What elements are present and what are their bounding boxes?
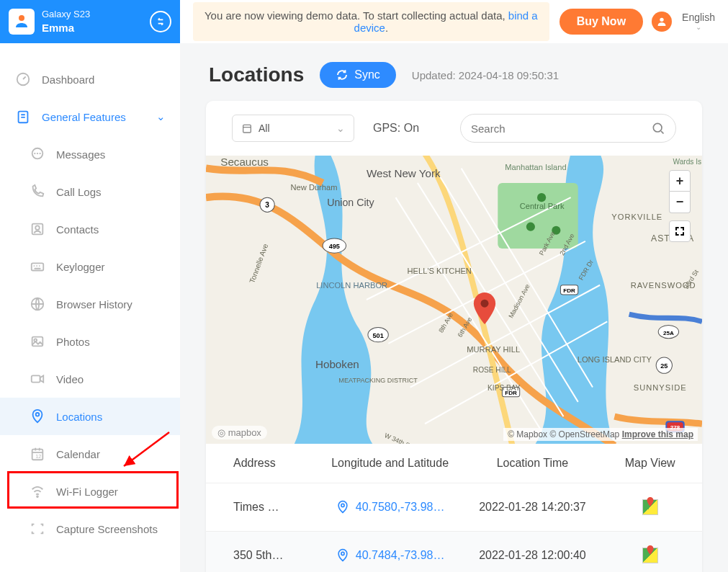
svg-text:West New York: West New York bbox=[367, 167, 441, 179]
map-view[interactable]: 3 495 501 25 25A FDR FDR 278 Secaucus We… bbox=[206, 156, 702, 444]
zoom-in-button[interactable]: + bbox=[669, 170, 691, 192]
sync-button[interactable]: Sync bbox=[320, 62, 396, 88]
sidebar-item-keylogger[interactable]: Keylogger bbox=[0, 248, 180, 285]
svg-text:YORKVILLE: YORKVILLE bbox=[611, 213, 662, 221]
map-thumb-icon bbox=[642, 548, 658, 563]
sidebar-item-label: Contacts bbox=[56, 223, 99, 236]
col-header-time: Location Time bbox=[462, 457, 604, 470]
top-banner: You are now viewing demo data. To start … bbox=[180, 0, 728, 43]
keyboard-icon bbox=[29, 258, 46, 275]
sync-label: Sync bbox=[354, 68, 380, 81]
screenshot-icon bbox=[29, 520, 46, 537]
sidebar-item-capture-screenshots[interactable]: Capture Screenshots bbox=[0, 510, 180, 548]
date-filter-dropdown[interactable]: All ⌄ bbox=[232, 115, 354, 142]
sidebar-item-messages[interactable]: Messages bbox=[0, 135, 180, 173]
sidebar-item-label: Video bbox=[56, 373, 84, 385]
sidebar-item-label: Call Logs bbox=[56, 186, 102, 198]
device-info[interactable]: Galaxy S23 Emma bbox=[42, 9, 150, 35]
device-name: Galaxy S23 bbox=[42, 9, 150, 21]
svg-rect-9 bbox=[32, 337, 43, 347]
sidebar-item-label: Browser History bbox=[56, 298, 132, 310]
sidebar-item-wifi-logger[interactable]: Wi-Fi Logger bbox=[0, 473, 180, 510]
table-row[interactable]: Times … 40.7580,-73.98… 2022-01-28 14:20… bbox=[206, 483, 702, 532]
sidebar-item-contacts[interactable]: Contacts bbox=[0, 210, 180, 248]
chevron-down-icon: ⌄ bbox=[156, 110, 166, 123]
zoom-out-button[interactable]: − bbox=[669, 192, 691, 213]
svg-point-80 bbox=[341, 552, 344, 555]
search-input[interactable] bbox=[471, 122, 651, 135]
language-selector[interactable]: English ⌄ bbox=[682, 12, 715, 31]
sidebar: Dashboard General Features ⌄ Messages Ca… bbox=[0, 43, 180, 572]
content-area: Locations Sync Updated: 2024-04-18 09:50… bbox=[180, 43, 728, 572]
svg-text:MEATPACKING DISTRICT: MEATPACKING DISTRICT bbox=[338, 377, 418, 385]
user-name: Emma bbox=[42, 21, 150, 35]
refresh-icon bbox=[336, 68, 349, 81]
svg-rect-7 bbox=[32, 263, 44, 270]
calendar-icon: 12 bbox=[29, 445, 46, 462]
demo-text-end: . bbox=[385, 22, 388, 34]
fullscreen-button[interactable] bbox=[669, 220, 691, 242]
video-icon bbox=[29, 370, 46, 388]
svg-point-6 bbox=[35, 225, 40, 230]
sidebar-item-label: General Features bbox=[42, 111, 126, 123]
sidebar-item-photos[interactable]: Photos bbox=[0, 323, 180, 360]
chevron-down-icon: ⌄ bbox=[336, 122, 345, 134]
table-header: Address Longitude and Latitude Location … bbox=[206, 444, 702, 483]
svg-point-23 bbox=[526, 223, 535, 231]
locations-card: All ⌄ GPS: On bbox=[206, 101, 702, 572]
svg-text:Hoboken: Hoboken bbox=[315, 358, 359, 370]
sidebar-section-general[interactable]: General Features ⌄ bbox=[0, 98, 180, 135]
svg-text:25: 25 bbox=[660, 362, 668, 370]
improve-map-link[interactable]: Improve this map bbox=[622, 429, 693, 439]
cell-address: Times … bbox=[212, 501, 319, 514]
svg-text:Secaucus: Secaucus bbox=[220, 156, 269, 168]
demo-text: You are now viewing demo data. To start … bbox=[205, 9, 508, 22]
filter-value: All bbox=[259, 122, 270, 134]
sidebar-item-call-logs[interactable]: Call Logs bbox=[0, 173, 180, 210]
user-avatar-icon[interactable] bbox=[652, 12, 672, 32]
svg-point-79 bbox=[341, 504, 344, 506]
svg-rect-17 bbox=[243, 125, 251, 133]
pin-icon bbox=[336, 500, 350, 514]
sidebar-item-label: Calendar bbox=[56, 448, 100, 460]
search-box[interactable] bbox=[460, 114, 676, 143]
sidebar-item-calendar[interactable]: 12 Calendar bbox=[0, 435, 180, 473]
svg-text:SUNNYSIDE: SUNNYSIDE bbox=[634, 383, 687, 392]
cell-coord: 40.7580,-73.98… bbox=[319, 500, 462, 514]
app-logo-icon bbox=[9, 9, 35, 35]
svg-text:MURRAY HILL: MURRAY HILL bbox=[467, 345, 520, 354]
cell-time: 2022-01-28 14:20:37 bbox=[462, 501, 604, 514]
sidebar-item-browser-history[interactable]: Browser History bbox=[0, 285, 180, 323]
svg-text:Central Park: Central Park bbox=[520, 202, 565, 210]
table-row[interactable]: 350 5th… 40.7484,-73.98… 2022-01-28 12:0… bbox=[206, 532, 702, 572]
svg-text:25A: 25A bbox=[663, 330, 674, 336]
globe-icon bbox=[29, 295, 46, 313]
mapbox-logo: ◎ mapbox bbox=[212, 426, 267, 439]
map-svg: 3 495 501 25 25A FDR FDR 278 Secaucus We… bbox=[206, 156, 702, 444]
cell-time: 2022-01-28 12:00:40 bbox=[462, 549, 604, 562]
swap-device-icon[interactable] bbox=[150, 11, 171, 32]
svg-point-0 bbox=[19, 15, 24, 21]
svg-point-1 bbox=[660, 18, 663, 22]
sidebar-item-dashboard[interactable]: Dashboard bbox=[0, 61, 180, 98]
location-pin-icon bbox=[29, 408, 46, 425]
sidebar-item-label: Messages bbox=[56, 148, 105, 161]
sidebar-item-video[interactable]: Video bbox=[0, 360, 180, 398]
updated-timestamp: Updated: 2024-04-18 09:50:31 bbox=[412, 69, 559, 81]
clipboard-icon bbox=[14, 108, 32, 125]
contacts-icon bbox=[29, 220, 46, 238]
dashboard-icon bbox=[14, 71, 32, 88]
col-header-mapview: Map View bbox=[603, 457, 696, 470]
svg-text:LINCOLN HARBOR: LINCOLN HARBOR bbox=[316, 281, 387, 290]
svg-point-78 bbox=[481, 300, 489, 308]
svg-text:Union City: Union City bbox=[327, 197, 374, 208]
cell-mapview[interactable] bbox=[603, 499, 696, 515]
svg-text:KIPS BAY: KIPS BAY bbox=[487, 384, 521, 392]
svg-point-18 bbox=[653, 123, 662, 132]
sidebar-item-label: Photos bbox=[56, 336, 90, 348]
sidebar-item-locations[interactable]: Locations bbox=[0, 398, 180, 435]
svg-text:New Durham: New Durham bbox=[291, 183, 338, 192]
svg-text:HELL'S KITCHEN: HELL'S KITCHEN bbox=[408, 267, 472, 275]
buy-now-button[interactable]: Buy Now bbox=[560, 9, 643, 35]
cell-mapview[interactable] bbox=[603, 548, 696, 563]
